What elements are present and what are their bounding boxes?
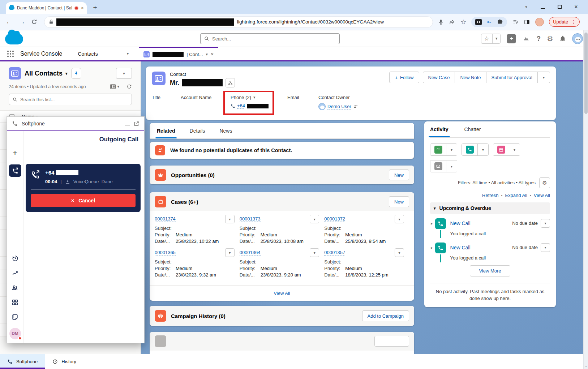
forward-icon[interactable]: → [18,18,26,26]
new-task-button[interactable] [430,144,446,155]
help-icon[interactable]: ? [536,35,541,43]
global-actions-button[interactable]: + [507,34,516,43]
global-search-box[interactable] [200,33,340,44]
pin-list-button[interactable] [71,68,81,79]
new-event-dropdown[interactable]: ▾ [509,144,520,155]
case-actions-button[interactable]: ▾ [395,248,404,257]
new-tab-button[interactable]: + [90,4,100,12]
phone-number-link[interactable]: +64 [237,103,245,109]
contacts-icon[interactable] [11,284,19,291]
scrollbar-thumb[interactable] [584,33,588,114]
history-icon[interactable] [12,255,19,262]
tab-search-icon[interactable]: ▾ [518,5,535,9]
back-icon[interactable]: ← [5,18,13,26]
analytics-icon[interactable] [12,270,19,276]
case-number-link[interactable]: 00001364 [240,250,261,256]
browser-tab[interactable]: Dane Maddox | Contact | Sal × [6,2,87,14]
list-view-chevron-icon[interactable]: ▾ [65,71,68,76]
case-actions-button[interactable]: ▾ [310,215,319,223]
upcoming-overdue-section[interactable]: ▾ Upcoming & Overdue [430,202,550,214]
notification-bell-icon[interactable] [559,35,566,42]
email-button[interactable] [430,160,446,172]
workspace-tab-contact[interactable]: | Cont... ▾ × [139,47,218,60]
refresh-link[interactable]: Refresh [482,193,499,198]
activity-item-actions-button[interactable]: ▾ [541,243,550,252]
owner-link[interactable]: Demo User [327,104,351,110]
add-to-campaign-button[interactable]: Add to Campaign [362,310,409,321]
update-button[interactable]: Update ⋮ [549,17,580,27]
list-view-controls-button[interactable]: ▾ [116,68,132,79]
case-number-link[interactable]: 00001372 [324,216,345,222]
list-search-input[interactable] [20,97,128,102]
tab-chatter[interactable]: Chatter [464,121,481,137]
utility-history-tab[interactable]: History [45,354,83,369]
tab-related[interactable]: Related [157,123,175,138]
favorites-chevron-icon[interactable]: ▾ [492,34,501,43]
reload-icon[interactable] [31,19,39,25]
phone-field-chevron-icon[interactable]: ▾ [253,95,256,100]
softphone-popout-icon[interactable] [134,121,139,126]
bookmark-star-icon[interactable]: ☆ [460,18,466,26]
case-actions-button[interactable]: ▾ [395,215,404,223]
workspace-tab-chevron-icon[interactable]: ▾ [206,52,208,57]
tab-close-icon[interactable]: × [81,5,84,10]
apps-grid-icon[interactable] [12,299,18,306]
user-avatar[interactable] [572,33,583,44]
opportunities-title[interactable]: Opportunities (0) [171,172,384,178]
favorites-star-icon[interactable]: ☆ [481,34,492,43]
address-bar[interactable]: lightning.force.com/lightning/r/Contact/… [44,16,433,28]
display-as-button[interactable]: ▾ [110,84,119,89]
follow-button[interactable]: + Follow [389,72,419,83]
case-number-link[interactable]: 00001365 [155,250,176,256]
side-panel-icon[interactable] [524,19,530,25]
expand-item-icon[interactable]: ▸ [431,221,433,238]
workspace-tab-close-icon[interactable]: × [211,52,214,57]
notes-icon[interactable] [12,314,18,321]
window-maximize-button[interactable] [551,4,568,10]
new-call-tab-button[interactable]: + [12,148,17,158]
active-call-tab-button[interactable] [9,164,21,177]
extension-key-icon[interactable] [486,20,493,25]
new-case-button[interactable]: New Case [423,72,455,83]
activity-item-link[interactable]: New Call [450,245,512,250]
new-case-button[interactable]: New [389,196,409,207]
case-actions-button[interactable]: ▾ [225,215,235,223]
nav-tab-chevron-icon[interactable]: ▾ [127,51,129,56]
section-chevron-icon[interactable]: ▾ [434,206,436,211]
extension-domino-icon[interactable] [475,19,482,25]
cancel-call-button[interactable]: × Cancel [31,194,136,207]
org-chart-button[interactable] [226,78,235,87]
window-close-button[interactable]: × [568,4,584,10]
setup-gear-icon[interactable]: ⚙ [547,34,553,43]
cases-title[interactable]: Cases (6+) [171,199,384,205]
partial-action-button[interactable] [374,336,409,347]
campaign-history-title[interactable]: Campaign History (0) [171,313,357,319]
utility-softphone-tab[interactable]: Softphone [0,354,45,369]
case-number-link[interactable]: 00001374 [155,216,176,222]
activity-item-link[interactable]: New Call [450,220,512,226]
expand-all-link[interactable]: Expand All [505,193,527,198]
tab-activity[interactable]: Activity [430,121,448,137]
share-icon[interactable] [449,19,455,25]
window-minimize-button[interactable] [535,4,551,10]
email-dropdown[interactable]: ▾ [446,160,457,172]
new-task-dropdown[interactable]: ▾ [446,144,457,155]
more-actions-button[interactable]: ▾ [538,72,550,83]
microphone-icon[interactable] [438,19,444,25]
scrollbar-down-arrow[interactable]: ▾ [584,365,588,368]
case-actions-button[interactable]: ▾ [310,248,319,257]
browser-menu-icon[interactable]: ⋮ [571,19,576,25]
new-opportunity-button[interactable]: New [389,170,409,180]
log-call-button[interactable] [462,144,478,155]
list-search-box[interactable] [9,94,132,105]
agent-presence-avatar[interactable]: DM [9,328,21,339]
change-owner-icon[interactable] [353,104,358,109]
activity-item-actions-button[interactable]: ▾ [541,219,550,228]
refresh-list-icon[interactable] [126,84,132,89]
tab-news[interactable]: News [219,123,232,138]
list-view-title[interactable]: All Contacts ▾ [25,70,68,77]
nav-tab-contacts[interactable]: Contacts ▾ [72,47,135,60]
submit-for-approval-button[interactable]: Submit for Approval [486,72,538,83]
cases-view-all-link[interactable]: View All [274,291,290,296]
case-number-link[interactable]: 00001373 [240,216,261,222]
